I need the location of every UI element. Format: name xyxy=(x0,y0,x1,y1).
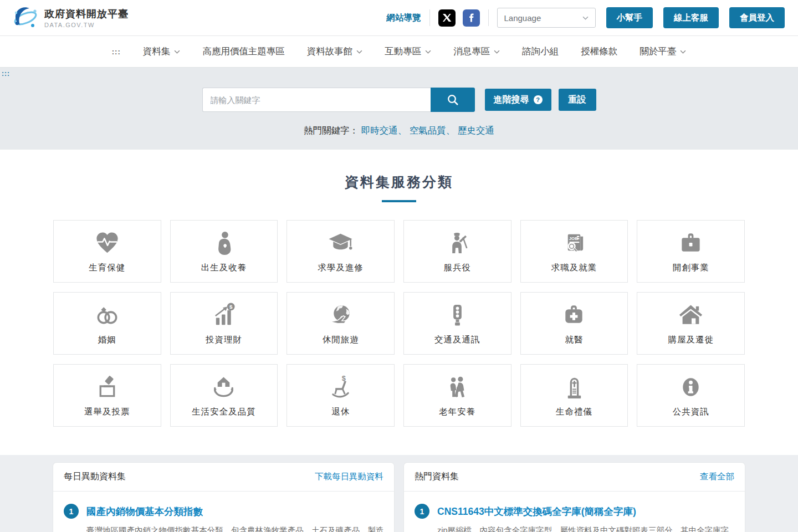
helper-button[interactable]: 小幫手 xyxy=(606,7,653,28)
search-input[interactable] xyxy=(202,88,431,112)
category-card-transport-communication[interactable]: 交通及通訊 xyxy=(403,292,511,355)
first-aid-kit-icon xyxy=(561,301,587,329)
daily-panel-title: 每日異動資料集 xyxy=(64,471,126,483)
category-card-election-voting[interactable]: 選舉及投票 xyxy=(53,364,161,427)
keyword-link-air-quality[interactable]: 空氣品質 xyxy=(410,125,446,135)
wedding-rings-icon xyxy=(94,301,120,329)
parent-baby-icon xyxy=(211,229,237,257)
category-card-public-info[interactable]: 公共資訊 xyxy=(637,364,745,427)
nav-item-datasets[interactable]: 資料集 xyxy=(143,45,181,58)
login-button[interactable]: 會員登入 xyxy=(729,7,785,28)
facebook-icon xyxy=(466,13,476,23)
divider xyxy=(488,9,489,26)
category-card-start-business[interactable]: 開創事業 xyxy=(637,220,745,283)
download-daily-changes-link[interactable]: 下載每日異動資料 xyxy=(315,471,383,483)
list-item: 1 國產內銷物價基本分類指數 xyxy=(64,504,383,519)
dataset-description: 臺灣地區國產內銷之物價指數基本分類，包含農林漁牧業產品、土石及礦產品、製造… xyxy=(86,525,383,532)
category-card-housing-migration[interactable]: 購屋及遷徙 xyxy=(637,292,745,355)
house-icon xyxy=(678,301,704,329)
search-section: ::: 進階搜尋 ? 重設 熱門關鍵字： 即時交通、 空氣品質、 歷史交通 xyxy=(0,68,798,150)
keyword-link-realtime-traffic[interactable]: 即時交通 xyxy=(361,125,398,135)
heart-pulse-icon xyxy=(94,229,120,257)
advanced-search-button[interactable]: 進階搜尋 ? xyxy=(485,89,551,111)
nav-item-about-platform[interactable]: 關於平臺 xyxy=(640,45,686,58)
travel-globe-icon xyxy=(328,301,354,329)
title-underline xyxy=(382,200,416,202)
logo-atom-icon xyxy=(12,4,39,31)
nav-item-data-stories[interactable]: 資料故事館 xyxy=(307,45,363,58)
category-card-elderly-care[interactable]: 老年安養 xyxy=(403,364,511,427)
live-chat-button[interactable]: 線上客服 xyxy=(663,7,719,28)
category-card-fertility-health[interactable]: 生育保健 xyxy=(53,220,161,283)
reset-button[interactable]: 重設 xyxy=(559,89,596,111)
site-header: 政府資料開放平臺 DATA.GOV.TW 網站導覽 Language xyxy=(0,0,798,35)
category-card-education[interactable]: 求學及進修 xyxy=(287,220,395,283)
job-search-icon: JOB xyxy=(561,229,587,257)
site-title: 政府資料開放平臺 xyxy=(44,7,129,21)
category-card-funeral-rites[interactable]: 生命禮儀 xyxy=(520,364,628,427)
hands-house-icon xyxy=(211,374,237,401)
search-icon xyxy=(446,93,459,106)
info-icon xyxy=(678,374,704,401)
hot-keywords: 熱門關鍵字： 即時交通、 空氣品質、 歷史交通 xyxy=(0,125,798,137)
dataset-description: zip壓縮檔，內容包含全字庫字型、屬性資料及中文碼對照表三部分，其中全字庫字… xyxy=(437,525,734,532)
category-card-birth-adoption[interactable]: 出生及收養 xyxy=(170,220,278,283)
help-question-icon: ? xyxy=(534,95,543,104)
category-card-job-employment[interactable]: JOB 求職及就業 xyxy=(520,220,628,283)
category-card-medical-care[interactable]: 就醫 xyxy=(520,292,628,355)
category-card-life-safety-quality[interactable]: 生活安全及品質 xyxy=(170,364,278,427)
nav-item-license-terms[interactable]: 授權條款 xyxy=(581,45,617,58)
elderly-couple-icon xyxy=(444,374,470,401)
category-card-investment[interactable]: $ 投資理財 xyxy=(170,292,278,355)
nav-item-high-value-topics[interactable]: 高應用價值主題專區 xyxy=(202,45,285,58)
search-accessibility-marker: ::: xyxy=(2,71,10,76)
nav-item-advisory-group[interactable]: 諮詢小組 xyxy=(522,45,559,58)
dataset-link-domestic-price-index[interactable]: 國產內銷物價基本分類指數 xyxy=(86,505,203,518)
view-all-link[interactable]: 查看全部 xyxy=(700,471,734,483)
chevron-down-icon xyxy=(356,50,362,54)
site-domain: DATA.GOV.TW xyxy=(44,22,129,28)
sitemap-link[interactable]: 網站導覽 xyxy=(387,12,421,24)
svg-text:JOB: JOB xyxy=(569,236,578,241)
category-card-marriage[interactable]: 婚姻 xyxy=(53,292,161,355)
rank-badge: 1 xyxy=(415,504,429,519)
divider xyxy=(429,9,430,26)
svg-text:$: $ xyxy=(229,304,233,310)
category-section-title: 資料集服務分類 xyxy=(0,173,798,191)
keyword-link-historic-traffic[interactable]: 歷史交通 xyxy=(458,125,494,135)
svg-text:$: $ xyxy=(342,374,346,382)
x-icon xyxy=(442,13,452,23)
chevron-down-icon xyxy=(680,50,686,54)
chevron-down-icon xyxy=(494,50,500,54)
graduation-cap-icon xyxy=(328,229,354,257)
language-select-value: Language xyxy=(504,13,541,23)
chevron-down-icon xyxy=(425,50,431,54)
traffic-light-icon xyxy=(444,301,470,329)
list-item: 1 CNS11643中文標準交換碼全字庫(簡稱全字庫) xyxy=(415,504,734,519)
facebook-social-button[interactable] xyxy=(463,9,480,27)
x-social-button[interactable] xyxy=(438,9,456,27)
investment-chart-icon: $ xyxy=(211,301,237,329)
category-grid: 生育保健 出生及收養 求學及進修 服兵役 JOB 求職及就業 xyxy=(53,220,745,427)
chevron-down-icon xyxy=(174,50,180,54)
rocking-chair-icon: $ xyxy=(328,374,354,401)
category-section: 資料集服務分類 生育保健 出生及收養 求學及進修 服兵役 xyxy=(0,150,798,427)
language-select[interactable]: Language xyxy=(497,8,596,28)
hot-datasets-panel: 熱門資料集 查看全部 1 CNS11643中文標準交換碼全字庫(簡稱全字庫) z… xyxy=(404,463,745,532)
briefcase-icon xyxy=(678,229,704,257)
category-card-retirement[interactable]: $ 退休 xyxy=(287,364,395,427)
category-card-leisure-travel[interactable]: 休閒旅遊 xyxy=(287,292,395,355)
site-logo[interactable]: 政府資料開放平臺 DATA.GOV.TW xyxy=(12,4,129,31)
ballot-box-icon xyxy=(94,374,120,401)
category-card-military-service[interactable]: 服兵役 xyxy=(403,220,511,283)
nav-item-news-zone[interactable]: 消息專區 xyxy=(453,45,500,58)
chevron-down-icon xyxy=(582,16,589,20)
dataset-link-cns11643-font[interactable]: CNS11643中文標準交換碼全字庫(簡稱全字庫) xyxy=(437,505,636,518)
hot-keywords-label: 熱門關鍵字： xyxy=(304,125,359,135)
nav-accessibility-marker: ::: xyxy=(112,48,121,56)
main-nav: ::: 資料集 高應用價值主題專區 資料故事館 互動專區 消息專區 諮詢小組 授… xyxy=(0,35,798,68)
daily-changed-datasets-panel: 每日異動資料集 下載每日異動資料 1 國產內銷物價基本分類指數 臺灣地區國產內銷… xyxy=(53,463,394,532)
search-button[interactable] xyxy=(431,88,475,112)
tombstone-icon xyxy=(561,374,587,401)
nav-item-interactive-zone[interactable]: 互動專區 xyxy=(385,45,431,58)
